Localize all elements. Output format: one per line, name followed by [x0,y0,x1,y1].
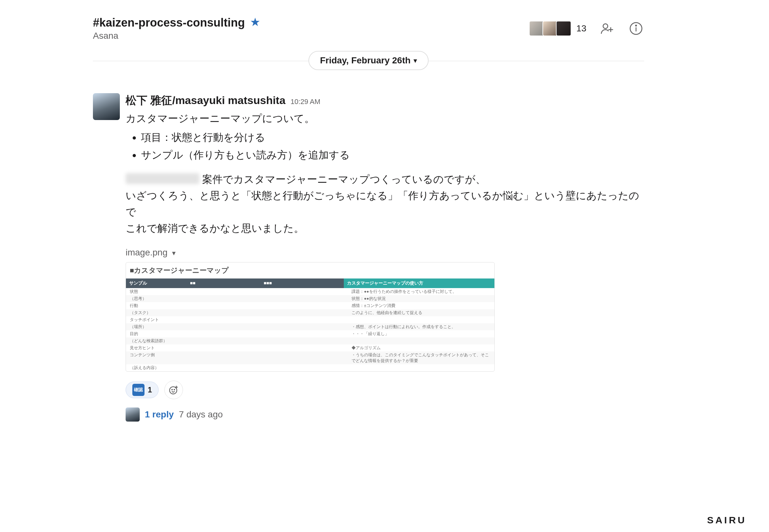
message-bullet-2: サンプル（作り方もとい読み方）を追加する [141,147,644,163]
message-para-2: いざつくろう、と思うと「状態と行動がごっちゃになる」「作り方あっているか悩む」と… [125,188,644,220]
member-avatar-1 [529,21,544,36]
member-count: 13 [576,23,587,34]
member-avatar-2 [542,21,558,36]
message-text: カスタマージャーニーマップについて。 項目：状態と行動を分ける サンプル（作り方… [125,110,644,237]
brand-logo: SAIRU [707,515,747,526]
info-icon[interactable] [628,20,644,36]
channel-header: #kaizen-process-consulting ★ Asana 13 [93,16,644,41]
attachment-row: （どんな検索語群） [126,337,494,344]
chevron-down-icon: ▾ [414,57,417,64]
attachment-row: （訴える内容） [126,364,494,371]
message-line-intro: カスタマージャーニーマップについて。 [125,110,644,127]
channel-topic[interactable]: Asana [93,31,260,41]
channel-name-text: #kaizen-process-consulting [93,16,245,29]
thread-last-reply-time: 7 days ago [179,409,223,420]
caret-down-icon: ▾ [172,249,175,257]
svg-point-5 [172,389,172,390]
member-avatars[interactable]: 13 [531,21,587,36]
thread-avatar [125,407,140,422]
attachment-row: 目的・・・「繰り返し」 [126,330,494,337]
add-reaction-button[interactable] [164,381,183,399]
attachment-row: タッチポイント [126,316,494,323]
sender-name[interactable]: 松下 雅征/masayuki matsushita [125,93,286,108]
attachment-preview[interactable]: ■カスタマージャーニーマップ サンプル ■■ ■■■ カスタマージャーニーマップ… [125,262,495,372]
message-time[interactable]: 10:29 AM [291,98,320,106]
sender-avatar[interactable] [93,93,120,120]
reaction-count: 1 [148,385,152,394]
svg-point-4 [170,387,177,394]
reaction-kakunin[interactable]: 確認 1 [125,382,158,398]
message-bullet-1: 項目：状態と行動を分ける [141,129,644,146]
attachment-row: （場所）・感想、ポイントは行動によれない。作成をすること。 [126,323,494,330]
star-icon[interactable]: ★ [251,16,260,28]
message: 松下 雅征/masayuki matsushita 10:29 AM カスタマー… [93,93,644,422]
svg-point-6 [174,389,174,390]
attachment-row: コンテンツ例・うちの場合は、このタイミングでこんなタッチポイントがあって、そこで… [126,351,494,364]
svg-point-0 [603,24,608,28]
add-people-icon[interactable] [599,20,615,36]
message-para-1: 案件でカスタマージャーニーマップつくっているのですが、 [202,173,486,185]
attachment-title: ■カスタマージャーニーマップ [126,262,494,278]
svg-point-3 [636,25,637,26]
thread-summary[interactable]: 1 reply 7 days ago [125,407,644,422]
redacted-text [125,173,199,184]
member-avatar-3 [556,21,571,36]
attachment-row: 状態課題：●●を行うための操作をとっている様子に対して。 [126,288,494,295]
channel-name[interactable]: #kaizen-process-consulting ★ [93,16,260,29]
thread-reply-count: 1 reply [145,409,174,420]
message-para-3: これで解消できるかなと思いました。 [125,220,644,237]
attachment-table-header: サンプル ■■ ■■■ カスタマージャーニーマップの使い方 [126,278,494,288]
kakunin-emoji-icon: 確認 [132,384,144,396]
attachment-row: 見せ方ヒント◆アルゴリズム [126,344,494,351]
attachment-row: （タスク）このように、他経由を連続して捉える [126,309,494,316]
attachment-filename[interactable]: image.png ▾ [125,247,644,258]
date-divider: Friday, February 26th ▾ [93,61,644,84]
attachment-row: 行動感情：±コンテンツ消費 [126,302,494,309]
date-chip[interactable]: Friday, February 26th ▾ [309,51,429,70]
attachment-row: （思考）状態：●●的な状況 [126,295,494,302]
date-label: Friday, February 26th [320,55,411,66]
